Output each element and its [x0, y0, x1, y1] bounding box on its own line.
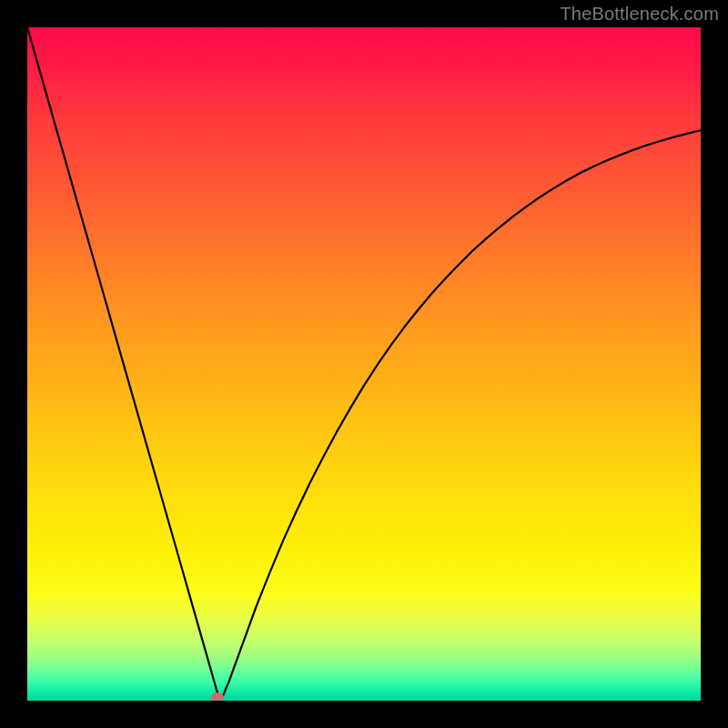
watermark-text: TheBottleneck.com — [560, 4, 719, 25]
bottleneck-curve — [27, 27, 701, 699]
chart-frame: TheBottleneck.com — [0, 0, 728, 728]
curve-svg — [27, 27, 701, 701]
minimum-marker — [211, 693, 224, 701]
plot-area — [27, 27, 701, 701]
